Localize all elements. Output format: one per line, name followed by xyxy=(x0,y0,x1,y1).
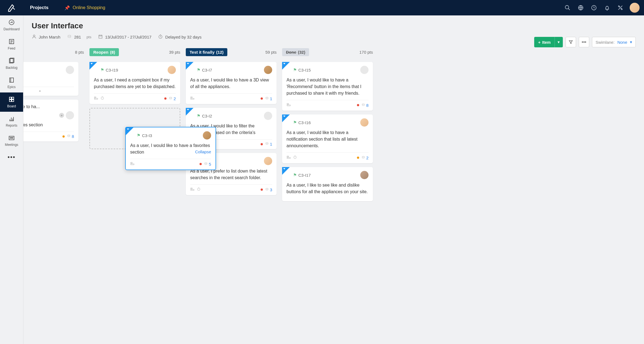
column-title[interactable]: Reopen(8) xyxy=(89,48,119,56)
subtask-icon xyxy=(286,102,291,108)
breadcrumb-current[interactable]: 📌 Online Shopping xyxy=(55,5,110,10)
board-card[interactable]: ⚑C3-I17 As a user, I like to see like an… xyxy=(282,167,373,201)
subtask-icon xyxy=(190,96,195,101)
board-column: 8 pts rts would like to ha... + or favor… xyxy=(32,47,84,205)
svg-rect-9 xyxy=(12,97,14,99)
priority-dot xyxy=(261,97,263,100)
card-corner-icon xyxy=(126,127,133,135)
card-id: C3-I16 xyxy=(298,120,311,125)
sidebar: Dashboard Feed Backlog Epics Board Repor… xyxy=(0,15,23,344)
svg-rect-17 xyxy=(99,35,102,38)
collapse-link[interactable]: Collapse xyxy=(195,149,211,155)
card-avatar xyxy=(264,112,272,120)
column-points: 170 pts xyxy=(359,50,373,54)
priority-dot xyxy=(357,157,359,159)
card-avatar xyxy=(66,111,74,119)
card-id: C3-I2 xyxy=(202,114,212,118)
calendar-icon xyxy=(98,34,103,40)
card-id: C3-I19 xyxy=(106,68,118,72)
card-text: As a user, I would like to have a 3D vie… xyxy=(190,77,272,90)
svg-rect-32 xyxy=(191,189,194,190)
pin-icon: 📌 xyxy=(64,5,70,10)
card-points: 1 xyxy=(270,96,272,101)
card-avatar xyxy=(360,171,369,179)
sidebar-item-board[interactable]: Board xyxy=(0,92,23,112)
bell-icon[interactable] xyxy=(601,2,613,14)
board-card[interactable]: ⚑C3-I7 As a user, I would like to have a… xyxy=(186,62,277,104)
swimlane-label: Swimlane: xyxy=(596,40,615,45)
flag-icon: ⚑ xyxy=(293,120,297,125)
card-points: 5 xyxy=(209,162,211,166)
flag-icon: ⚑ xyxy=(293,67,297,72)
coins-icon xyxy=(67,34,72,40)
card-text: As a user, I would like to have a favori… xyxy=(130,142,211,155)
svg-point-41 xyxy=(362,156,364,157)
svg-rect-8 xyxy=(9,97,11,99)
sidebar-item-epics[interactable]: Epics xyxy=(0,73,23,92)
card-text: would like to ha... xyxy=(23,103,74,110)
svg-point-33 xyxy=(197,188,200,190)
svg-rect-31 xyxy=(191,188,192,189)
card-text: As a user, I need a complaint box if my … xyxy=(94,77,176,90)
svg-point-0 xyxy=(565,6,569,9)
plus-icon: + xyxy=(538,40,541,45)
board-card[interactable]: ⚑C3-I19 As a user, I need a complaint bo… xyxy=(89,62,180,104)
svg-rect-21 xyxy=(94,98,98,99)
user-icon xyxy=(32,34,37,40)
app-logo[interactable] xyxy=(0,0,23,15)
flag-icon: ⚑ xyxy=(197,67,200,72)
dragging-card[interactable]: ⚑C3-I3 As a user, I would like to have a… xyxy=(125,127,216,170)
sidebar-item-meetings[interactable]: Meetings xyxy=(0,131,23,150)
card-id: C3-I3 xyxy=(142,133,152,138)
sidebar-item-dashboard[interactable]: Dashboard xyxy=(0,15,23,35)
svg-point-14 xyxy=(12,137,13,138)
card-points: 3 xyxy=(270,187,272,192)
board-card[interactable]: rts xyxy=(23,62,78,96)
search-icon[interactable] xyxy=(561,2,574,14)
coins-icon xyxy=(204,162,208,166)
tools-icon[interactable] xyxy=(614,2,626,14)
svg-rect-20 xyxy=(94,97,96,98)
svg-rect-11 xyxy=(12,100,14,102)
svg-rect-10 xyxy=(9,100,11,102)
filter-button[interactable] xyxy=(566,37,576,47)
svg-point-37 xyxy=(362,103,364,105)
subtask-icon xyxy=(130,161,135,167)
more-button[interactable]: ••• xyxy=(579,37,589,47)
flag-icon: ⚑ xyxy=(100,67,104,72)
svg-rect-27 xyxy=(191,97,192,98)
flag-icon: ⚑ xyxy=(197,113,200,118)
card-points: 1 xyxy=(270,142,272,146)
add-item-dropdown[interactable]: ▾ xyxy=(555,37,563,47)
priority-dot xyxy=(200,163,202,165)
board-card[interactable]: ⚑C3-I15 As a user, I would like to have … xyxy=(282,62,373,111)
svg-rect-12 xyxy=(9,136,14,140)
card-points: 2 xyxy=(366,155,369,160)
add-item-button[interactable]: +Item ▾ xyxy=(534,37,563,47)
sidebar-item-backlog[interactable]: Backlog xyxy=(0,54,23,73)
globe-icon[interactable] xyxy=(575,2,587,14)
add-icon[interactable]: + xyxy=(59,113,64,118)
board-card[interactable]: ⚑C3-I16 As a user, I would like to have … xyxy=(282,114,373,163)
column-title[interactable]: Done(32) xyxy=(282,48,309,56)
sidebar-item-reports[interactable]: Reports xyxy=(0,112,23,131)
sidebar-more[interactable]: ••• xyxy=(0,150,23,164)
flag-icon: ⚑ xyxy=(137,133,140,138)
board-card[interactable]: would like to ha... + or favorites secti… xyxy=(23,100,78,141)
column-title[interactable]: Test it finally(12) xyxy=(186,48,227,56)
swimlane-select[interactable]: Swimlane: None ▾ xyxy=(592,37,636,47)
svg-point-15 xyxy=(33,35,35,37)
user-avatar[interactable] xyxy=(630,3,640,13)
card-points: 8 xyxy=(366,103,369,108)
nav-projects[interactable]: Projects xyxy=(23,0,55,15)
priority-dot xyxy=(261,189,263,191)
svg-rect-35 xyxy=(287,103,288,104)
column-points: 8 pts xyxy=(75,50,84,54)
svg-rect-25 xyxy=(131,164,134,165)
clock-icon[interactable] xyxy=(588,2,600,14)
subtask-icon xyxy=(94,96,98,101)
timer-icon xyxy=(158,34,163,40)
page-title: User Interface xyxy=(32,21,636,30)
sidebar-item-feed[interactable]: Feed xyxy=(0,35,23,54)
card-avatar xyxy=(168,66,176,74)
